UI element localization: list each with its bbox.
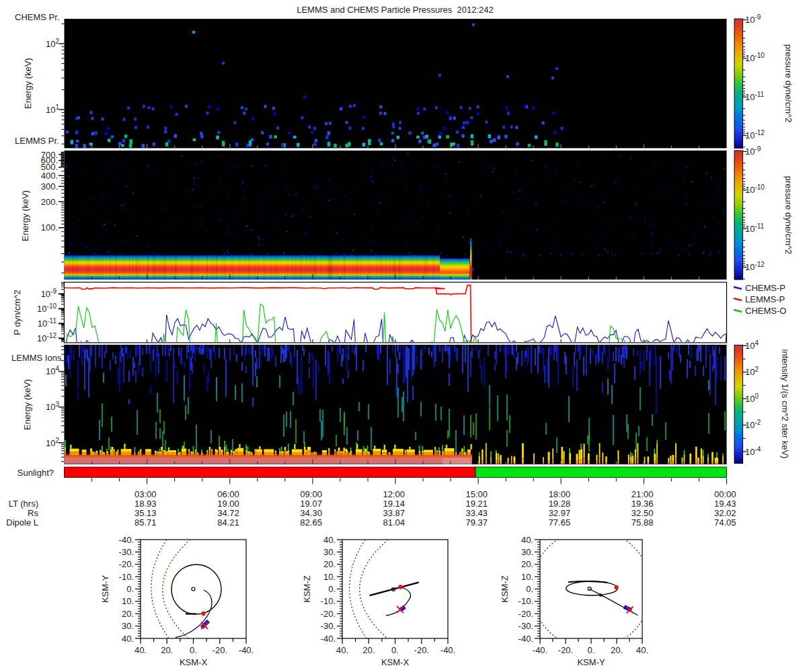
svg-text:-20.: -20. <box>321 609 336 619</box>
svg-text:75.88: 75.88 <box>631 517 654 528</box>
svg-text:10.: 10. <box>323 572 336 582</box>
svg-text:84.21: 84.21 <box>217 517 239 528</box>
svg-text:10-10: 10-10 <box>37 302 56 314</box>
svg-text:102: 102 <box>46 38 59 49</box>
svg-text:KSM-Y: KSM-Y <box>577 657 605 667</box>
svg-text:CHEMS-P: CHEMS-P <box>745 283 785 293</box>
svg-text:10-9: 10-9 <box>745 145 761 157</box>
svg-text:81.04: 81.04 <box>383 517 405 528</box>
svg-text:CHEMS-O: CHEMS-O <box>745 306 786 316</box>
svg-text:32.02: 32.02 <box>714 508 736 518</box>
svg-text:Rs: Rs <box>28 508 38 518</box>
svg-text:300.: 300. <box>41 181 58 192</box>
svg-text:LEMMS and CHEMS Particle Press: LEMMS and CHEMS Particle Pressures 2012:… <box>297 5 494 15</box>
svg-text:LT (hrs): LT (hrs) <box>9 499 38 509</box>
svg-text:20.: 20. <box>521 559 533 569</box>
svg-text:19.43: 19.43 <box>714 499 736 509</box>
svg-text:34.30: 34.30 <box>300 508 322 518</box>
svg-text:100.: 100. <box>41 222 58 233</box>
svg-text:KSM-Z: KSM-Z <box>500 575 510 603</box>
svg-text:10-9: 10-9 <box>745 13 761 25</box>
svg-text:10.: 10. <box>122 596 134 606</box>
svg-text:intensity 1/(s cm^2 ster keV): intensity 1/(s cm^2 ster keV) <box>780 349 790 459</box>
svg-text:-40.: -40. <box>518 634 533 644</box>
svg-text:19.28: 19.28 <box>549 499 571 509</box>
svg-text:Energy (keV): Energy (keV) <box>23 58 33 109</box>
svg-text:-40.: -40. <box>119 535 134 545</box>
svg-text:15:00: 15:00 <box>466 489 488 499</box>
svg-text:-20.: -20. <box>518 609 533 619</box>
svg-text:LEMMS Pr.: LEMMS Pr. <box>15 136 59 146</box>
svg-text:KSM-X: KSM-X <box>180 657 208 667</box>
svg-text:10-4: 10-4 <box>745 446 761 457</box>
svg-text:40.: 40. <box>323 535 336 545</box>
svg-text:pressure dyne/cm^2: pressure dyne/cm^2 <box>783 44 794 123</box>
svg-text:06:00: 06:00 <box>217 489 239 499</box>
svg-text:-20.: -20. <box>558 645 573 655</box>
svg-text:33.43: 33.43 <box>466 508 488 518</box>
svg-text:0.: 0. <box>588 645 595 655</box>
svg-text:-20.: -20. <box>119 559 134 569</box>
svg-text:19.00: 19.00 <box>217 499 239 509</box>
svg-text:10-10: 10-10 <box>745 52 765 63</box>
svg-text:21:00: 21:00 <box>631 489 654 499</box>
svg-text:40.: 40. <box>122 634 134 644</box>
svg-text:-40.: -40. <box>440 645 455 655</box>
svg-text:-30.: -30. <box>119 547 134 557</box>
svg-text:400.: 400. <box>41 171 58 181</box>
svg-text:74.05: 74.05 <box>714 517 736 528</box>
svg-text:82.65: 82.65 <box>300 517 322 528</box>
svg-text:Energy (keV): Energy (keV) <box>20 190 30 241</box>
svg-text:18.93: 18.93 <box>134 499 157 509</box>
svg-text:40.: 40. <box>134 645 147 655</box>
svg-text:30.: 30. <box>122 621 134 631</box>
svg-text:0.: 0. <box>126 584 134 594</box>
svg-text:40.: 40. <box>636 645 648 655</box>
svg-text:19.14: 19.14 <box>383 499 405 509</box>
svg-text:104: 104 <box>745 339 759 351</box>
svg-text:19.07: 19.07 <box>300 499 322 509</box>
svg-text:20.: 20. <box>323 559 336 569</box>
svg-text:KSM-Z: KSM-Z <box>302 575 312 603</box>
svg-text:10-11: 10-11 <box>745 91 765 102</box>
svg-text:-10.: -10. <box>518 596 533 606</box>
svg-text:85.71: 85.71 <box>134 517 157 528</box>
svg-text:10-12: 10-12 <box>37 332 56 343</box>
svg-text:pressure dyne/cm^2: pressure dyne/cm^2 <box>783 176 794 255</box>
svg-text:30.: 30. <box>323 547 336 557</box>
svg-text:LEMMS-P: LEMMS-P <box>745 294 785 304</box>
svg-text:18:00: 18:00 <box>549 489 571 499</box>
svg-text:LEMMS Ions: LEMMS Ions <box>11 353 62 363</box>
svg-text:30.: 30. <box>521 547 533 557</box>
svg-text:0.: 0. <box>391 645 399 655</box>
svg-text:102: 102 <box>745 366 759 377</box>
svg-text:32.50: 32.50 <box>631 508 654 518</box>
svg-text:10-11: 10-11 <box>38 317 57 329</box>
svg-text:19.21: 19.21 <box>466 499 488 509</box>
svg-text:Sunlight?: Sunlight? <box>17 468 54 478</box>
svg-text:10-11: 10-11 <box>745 222 765 234</box>
svg-text:Dipole L: Dipole L <box>6 517 38 528</box>
svg-text:0.: 0. <box>328 584 336 594</box>
svg-text:P dyn/cm^2: P dyn/cm^2 <box>12 290 22 335</box>
svg-text:40.: 40. <box>521 535 533 545</box>
svg-text:-20.: -20. <box>213 645 227 655</box>
svg-text:-30.: -30. <box>321 621 336 631</box>
svg-text:-20.: -20. <box>414 645 429 655</box>
svg-text:-30.: -30. <box>518 621 533 631</box>
svg-text:200.: 200. <box>41 197 58 207</box>
svg-text:Energy (keV): Energy (keV) <box>22 379 32 430</box>
svg-text:09:00: 09:00 <box>300 489 322 499</box>
svg-text:103: 103 <box>46 401 59 412</box>
svg-text:-40.: -40. <box>533 645 547 655</box>
svg-text:102: 102 <box>46 437 59 448</box>
svg-text:40.: 40. <box>336 645 348 655</box>
svg-text:34.72: 34.72 <box>217 508 239 518</box>
svg-text:20.: 20. <box>122 609 134 619</box>
svg-text:104: 104 <box>46 365 59 376</box>
svg-text:32.97: 32.97 <box>549 508 571 518</box>
svg-text:79.37: 79.37 <box>466 517 488 528</box>
svg-text:20.: 20. <box>362 645 375 655</box>
svg-text:-10.: -10. <box>321 596 336 606</box>
svg-text:19.36: 19.36 <box>631 499 654 509</box>
